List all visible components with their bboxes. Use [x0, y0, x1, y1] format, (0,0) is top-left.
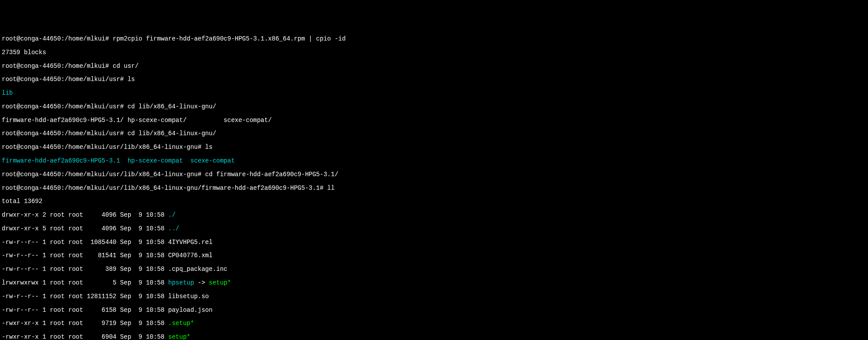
output-line: 27359 blocks — [2, 49, 866, 56]
cmd-line: root@conga-44650:/home/mlkui/usr# ls — [2, 76, 866, 83]
ll-entry-symlink: lrwxrwxrwx 1 root root 5 Sep 9 10:58 hps… — [2, 280, 866, 286]
ll-entry: drwxr-xr-x 5 root root 4096 Sep 9 10:58 … — [2, 225, 866, 232]
cmd-line: root@conga-44650:/home/mlkui/usr/lib/x86… — [2, 171, 866, 178]
ls-output-dir: lib — [2, 90, 866, 96]
ll-entry-exec: -rwxr-xr-x 1 root root 6904 Sep 9 10:58 … — [2, 334, 866, 340]
cmd-line: root@conga-44650:/home/mlkui# rpm2cpio f… — [2, 36, 866, 42]
ll-entry: -rw-r--r-- 1 root root 6158 Sep 9 10:58 … — [2, 307, 866, 314]
ll-entry: drwxr-xr-x 2 root root 4096 Sep 9 10:58 … — [2, 212, 866, 218]
ll-entry-exec: -rwxr-xr-x 1 root root 9719 Sep 9 10:58 … — [2, 320, 866, 327]
cmd-line: root@conga-44650:/home/mlkui/usr/lib/x86… — [2, 185, 866, 192]
cmd-line: root@conga-44650:/home/mlkui/usr# cd lib… — [2, 103, 866, 110]
ll-entry: -rw-r--r-- 1 root root 12811152 Sep 9 10… — [2, 293, 866, 300]
output-line: firmware-hdd-aef2a690c9-HPG5-3.1/ hp-sce… — [2, 117, 866, 124]
cmd-line: root@conga-44650:/home/mlkui/usr# cd lib… — [2, 130, 866, 137]
ll-total: total 13692 — [2, 198, 866, 205]
ll-entry: -rw-r--r-- 1 root root 81541 Sep 9 10:58… — [2, 252, 866, 259]
ls-output-dirs: firmware-hdd-aef2a690c9-HPG5-3.1 hp-scex… — [2, 158, 866, 164]
ll-entry: -rw-r--r-- 1 root root 1085440 Sep 9 10:… — [2, 239, 866, 246]
ll-entry: -rw-r--r-- 1 root root 389 Sep 9 10:58 .… — [2, 266, 866, 273]
cmd-line: root@conga-44650:/home/mlkui# cd usr/ — [2, 63, 866, 70]
cmd-line: root@conga-44650:/home/mlkui/usr/lib/x86… — [2, 144, 866, 151]
terminal-output[interactable]: root@conga-44650:/home/mlkui# rpm2cpio f… — [2, 29, 866, 340]
